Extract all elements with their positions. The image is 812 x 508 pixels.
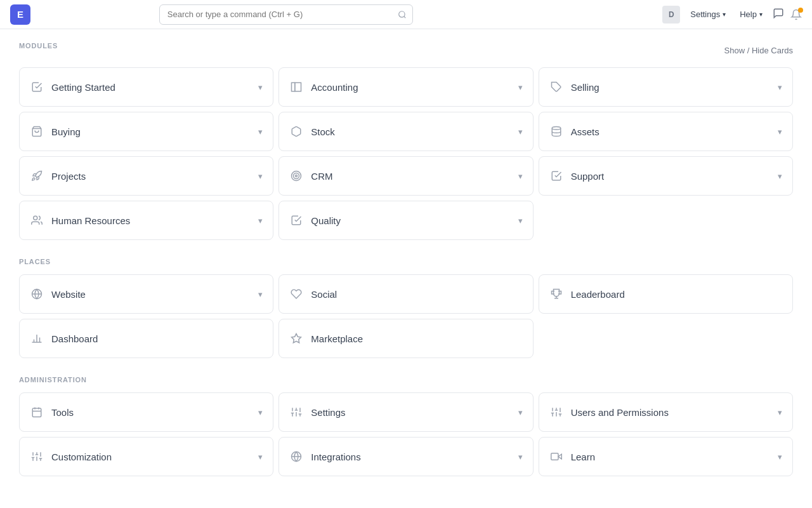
svg-point-6 [552, 127, 561, 130]
box-icon [289, 126, 303, 137]
target-icon [289, 170, 303, 182]
places-grid: Website ▾ Social ▾ [19, 274, 793, 358]
chevron-selling: ▾ [778, 83, 782, 92]
chevron-support: ▾ [778, 171, 782, 181]
module-card-crm[interactable]: CRM ▾ [278, 156, 533, 196]
chevron-integrations: ▾ [518, 452, 523, 462]
logo[interactable]: E [10, 4, 30, 25]
integrations-globe-icon [289, 451, 303, 462]
module-card-website[interactable]: Website ▾ [19, 274, 273, 314]
module-name-human-resources: Human Resources [51, 215, 130, 226]
check-badge-icon [289, 215, 303, 226]
module-card-learn[interactable]: Learn ▾ [539, 437, 793, 476]
tag-icon [549, 81, 563, 93]
module-name-quality: Quality [311, 215, 341, 226]
star-icon [289, 333, 303, 344]
search-input[interactable] [159, 4, 413, 25]
show-hide-button[interactable]: Show / Hide Cards [724, 46, 793, 55]
search-icon [398, 10, 407, 19]
module-name-tools: Tools [51, 407, 74, 418]
chevron-getting-started: ▾ [258, 83, 263, 92]
module-card-buying[interactable]: Buying ▾ [19, 112, 273, 151]
chevron-users-permissions: ▾ [778, 408, 782, 417]
module-name-marketplace: Marketplace [311, 333, 363, 344]
stack-icon [549, 126, 563, 137]
module-card-tools[interactable]: Tools ▾ [19, 392, 273, 432]
trophy-icon [549, 288, 563, 300]
chevron-crm: ▾ [518, 171, 523, 181]
module-name-projects: Projects [51, 171, 86, 182]
module-name-crm: CRM [311, 171, 332, 182]
module-card-accounting[interactable]: Accounting ▾ [278, 67, 533, 107]
settings-chevron-icon: ▾ [723, 11, 726, 18]
module-card-stock[interactable]: Stock ▾ [278, 112, 533, 151]
module-name-getting-started: Getting Started [51, 82, 115, 93]
module-card-human-resources[interactable]: Human Resources ▾ [19, 201, 273, 240]
svg-point-10 [34, 216, 37, 220]
module-card-social[interactable]: Social ▾ [278, 274, 533, 314]
header: E D Settings ▾ Help ▾ [0, 0, 812, 29]
module-card-settings[interactable]: Settings ▾ [278, 392, 533, 432]
chevron-learn: ▾ [778, 452, 782, 462]
module-name-dashboard: Dashboard [51, 333, 98, 344]
settings-button[interactable]: Settings ▾ [686, 7, 730, 22]
help-label: Help [740, 10, 757, 19]
video-icon [549, 451, 563, 462]
module-card-leaderboard[interactable]: Leaderboard ▾ [539, 274, 793, 314]
heart-icon [289, 288, 303, 300]
book-icon [289, 81, 303, 93]
svg-rect-19 [32, 408, 41, 417]
module-name-learn: Learn [571, 451, 595, 462]
help-button[interactable]: Help ▾ [736, 7, 766, 22]
modules-label: MODULES [19, 42, 58, 50]
module-name-support: Support [571, 171, 605, 182]
module-card-getting-started[interactable]: Getting Started ▾ [19, 67, 273, 107]
chevron-settings: ▾ [518, 408, 523, 417]
administration-grid: Tools ▾ Set [19, 392, 793, 476]
module-card-dashboard[interactable]: Dashboard ▾ [19, 319, 273, 358]
module-card-users-permissions[interactable]: Users and Permissions ▾ [539, 392, 793, 432]
places-section: PLACES Website ▾ [19, 258, 793, 358]
svg-marker-52 [558, 454, 561, 459]
hr-icon [30, 215, 44, 226]
places-label: PLACES [19, 258, 793, 265]
module-name-customization: Customization [51, 451, 112, 462]
chevron-accounting: ▾ [518, 83, 523, 92]
modules-section: MODULES Show / Hide Cards Getting Starte… [19, 42, 793, 240]
svg-point-8 [294, 173, 299, 179]
chevron-human-resources: ▾ [258, 216, 263, 225]
svg-point-9 [296, 175, 298, 177]
notification-icon-wrap[interactable] [790, 9, 802, 20]
module-card-support[interactable]: Support ▾ [539, 156, 793, 196]
customization-icon [30, 451, 44, 462]
module-name-stock: Stock [311, 126, 335, 137]
main-content: MODULES Show / Hide Cards Getting Starte… [0, 29, 812, 507]
svg-point-0 [399, 11, 405, 17]
svg-line-1 [403, 16, 405, 18]
chevron-stock: ▾ [518, 127, 523, 137]
chevron-buying: ▾ [258, 127, 263, 137]
sliders-icon [289, 406, 303, 418]
module-card-integrations[interactable]: Integrations ▾ [278, 437, 533, 476]
chevron-assets: ▾ [778, 127, 782, 137]
chevron-website: ▾ [258, 290, 263, 299]
administration-label: ADMINISTRATION [19, 376, 793, 384]
chat-icon[interactable] [773, 8, 784, 22]
checklist-icon [30, 81, 44, 93]
module-name-website: Website [51, 289, 86, 300]
module-card-assets[interactable]: Assets ▾ [539, 112, 793, 151]
calendar-icon [30, 406, 44, 418]
chevron-quality: ▾ [518, 216, 523, 225]
notification-dot [798, 8, 803, 13]
chevron-customization: ▾ [258, 452, 263, 462]
search-bar [159, 4, 413, 25]
module-card-selling[interactable]: Selling ▾ [539, 67, 793, 107]
module-name-selling: Selling [571, 82, 599, 93]
module-card-marketplace[interactable]: Marketplace ▾ [278, 319, 533, 358]
bar-chart-icon [30, 333, 44, 344]
module-card-quality[interactable]: Quality ▾ [278, 201, 533, 240]
module-card-customization[interactable]: Customization ▾ [19, 437, 273, 476]
administration-section: ADMINISTRATION Tools ▾ [19, 376, 793, 476]
module-card-projects[interactable]: Projects ▾ [19, 156, 273, 196]
empty-slot-1 [539, 201, 793, 240]
